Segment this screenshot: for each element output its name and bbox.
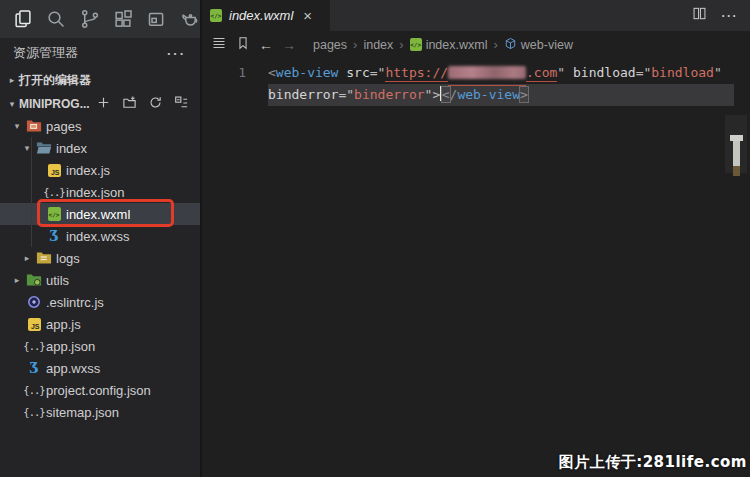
overview-ruler-marker xyxy=(733,166,740,176)
code-line-2-current[interactable]: binderror="binderror"></web-view> xyxy=(268,84,734,106)
tree-item-index-wxss[interactable]: Ʒindex.wxss xyxy=(0,225,200,247)
sidebar: 资源管理器 ··· ▸ 打开的编辑器 ▾ MINIPROG... ▾pages▾… xyxy=(0,0,200,477)
eslint-icon xyxy=(24,295,44,309)
extensions-icon[interactable] xyxy=(113,9,133,30)
explorer-header: 资源管理器 ··· xyxy=(0,38,200,68)
tree-item-label: pages xyxy=(44,119,81,134)
tree-item-label: sitemap.json xyxy=(44,405,119,420)
chevron-down-icon[interactable]: ▾ xyxy=(10,121,24,131)
line-number: 1 xyxy=(202,62,246,84)
source-control-icon[interactable] xyxy=(80,9,100,30)
tree-item-label: app.wxss xyxy=(44,361,100,376)
search-icon[interactable] xyxy=(46,9,66,30)
code-token-op: "> xyxy=(425,87,441,102)
project-section-header[interactable]: ▾ MINIPROG... xyxy=(0,92,200,115)
breadcrumb-separator: › xyxy=(399,37,403,52)
collapse-all-icon[interactable] xyxy=(174,95,189,113)
code-token-match: < xyxy=(442,87,450,102)
layout-icon[interactable] xyxy=(146,9,166,30)
forward-arrow-icon[interactable]: → xyxy=(282,38,296,52)
tree-item-label: .eslintrc.js xyxy=(44,295,104,310)
wxml-file-icon: </> xyxy=(210,9,222,22)
code-token-op: =" xyxy=(338,87,354,102)
breadcrumb-item-index[interactable]: index xyxy=(363,38,393,52)
breadcrumb-separator: › xyxy=(493,37,497,52)
tree-item-project-config-json[interactable]: {..}project.config.json xyxy=(0,379,200,401)
indent-guide xyxy=(31,137,32,247)
symbol-cube-icon xyxy=(504,37,517,53)
folder-logs-icon xyxy=(34,252,54,264)
wxml-file-icon: </> xyxy=(410,38,422,51)
code-token-attr: bindload xyxy=(573,65,636,80)
tree-item-logs[interactable]: ▸logs xyxy=(0,247,200,269)
code-token-str: bindload xyxy=(651,65,714,80)
tree-item-label: index.wxml xyxy=(64,207,130,222)
code-token-op: =" xyxy=(636,65,652,80)
chevron-right-icon: ▸ xyxy=(5,75,19,85)
activity-bar xyxy=(0,0,200,38)
tree-item-utils[interactable]: ▸utils xyxy=(0,269,200,291)
code-token-op: " xyxy=(714,65,722,80)
tab-index-wxml[interactable]: </> index.wxml × xyxy=(202,0,330,31)
tree-item-app-wxss[interactable]: Ʒapp.wxss xyxy=(0,357,200,379)
close-icon[interactable]: × xyxy=(303,8,312,23)
code-area[interactable]: 1 <web-view src="https://.com" bindload=… xyxy=(202,58,750,477)
tree-item-label: index.wxss xyxy=(64,229,130,244)
code-token-match: > xyxy=(520,87,528,102)
code-token-strlink: .com xyxy=(526,65,557,82)
watermark-text: 图片上传于:281life.com xyxy=(559,453,747,472)
tree-item--eslintrc-js[interactable]: .eslintrc.js xyxy=(0,291,200,313)
breadcrumb-separator: › xyxy=(353,37,357,52)
breadcrumb: pages › index › </> index.wxml › web-vie… xyxy=(313,37,573,53)
tree-item-sitemap-json[interactable]: {..}sitemap.json xyxy=(0,401,200,423)
chevron-right-icon[interactable]: ▸ xyxy=(20,253,34,263)
new-file-icon[interactable] xyxy=(96,95,111,113)
code-token-str: binderror xyxy=(354,87,424,102)
breadcrumb-item-index-wxml[interactable]: </> index.wxml xyxy=(410,38,488,52)
scrollbar-thumb[interactable] xyxy=(733,141,740,166)
code-token-punct: < xyxy=(268,65,276,80)
tree-item-label: index xyxy=(54,141,87,156)
tree-item-index-js[interactable]: JSindex.js xyxy=(0,159,200,181)
tree-item-index-wxml[interactable]: </>index.wxml xyxy=(0,203,200,225)
tree-item-label: app.json xyxy=(44,339,95,354)
explorer-more-icon[interactable]: ··· xyxy=(167,46,186,61)
redacted-url-blur xyxy=(448,62,526,86)
bookmark-icon[interactable] xyxy=(236,36,250,54)
folder-utils-icon xyxy=(24,274,44,286)
tab-bar: </> index.wxml × ··· xyxy=(202,0,750,31)
split-editor-icon[interactable] xyxy=(692,6,707,25)
chevron-down-icon: ▾ xyxy=(5,99,19,109)
files-icon[interactable] xyxy=(13,9,33,30)
tree-item-index[interactable]: ▾index xyxy=(0,137,200,159)
editor-area: </> index.wxml × ··· ← → pages › index ›… xyxy=(202,0,750,477)
code-line-1[interactable]: <web-view src="https://.com" bindload="b… xyxy=(268,62,750,84)
tree-item-index-json[interactable]: {..}index.json xyxy=(0,181,200,203)
json-icon: {..} xyxy=(24,340,44,352)
outline-list-icon[interactable] xyxy=(211,35,227,55)
teapot-icon[interactable] xyxy=(180,9,200,30)
refresh-icon[interactable] xyxy=(148,95,163,113)
folder-pages-icon xyxy=(24,120,44,132)
code-token-attr: binderror xyxy=(268,87,338,102)
more-actions-icon[interactable]: ··· xyxy=(722,9,739,23)
tree-item-label: index.json xyxy=(64,185,125,200)
code-token-tag: web-view xyxy=(457,87,520,102)
breadcrumb-item-web-view[interactable]: web-view xyxy=(504,37,573,53)
breadcrumb-item-pages[interactable]: pages xyxy=(313,38,347,52)
open-editors-section[interactable]: ▸ 打开的编辑器 xyxy=(0,68,200,92)
js-icon: JS xyxy=(24,318,44,331)
json-icon: {..} xyxy=(44,186,64,198)
json-icon: {..} xyxy=(24,406,44,418)
tree-item-pages[interactable]: ▾pages xyxy=(0,115,200,137)
tree-item-label: app.js xyxy=(44,317,81,332)
chevron-right-icon[interactable]: ▸ xyxy=(10,275,24,285)
back-arrow-icon[interactable]: ← xyxy=(259,38,273,52)
tree-item-app-js[interactable]: JSapp.js xyxy=(0,313,200,335)
editor-toolbar: ← → pages › index › </> index.wxml › web… xyxy=(202,31,750,58)
tree-item-app-json[interactable]: {..}app.json xyxy=(0,335,200,357)
open-editors-label: 打开的编辑器 xyxy=(19,72,91,89)
new-folder-icon[interactable] xyxy=(122,95,137,113)
file-tree: ▾pages▾indexJSindex.js{..}index.json</>i… xyxy=(0,115,200,423)
tree-item-label: utils xyxy=(44,273,69,288)
